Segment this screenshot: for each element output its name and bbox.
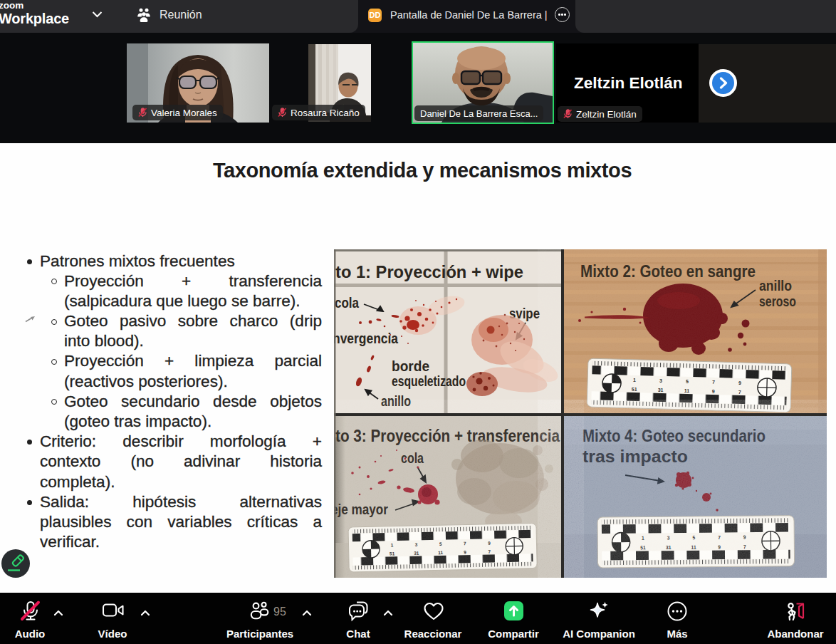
svg-text:to 1: Proyección + wipe: to 1: Proyección + wipe <box>335 262 523 281</box>
svg-text:nvergencia: nvergencia <box>334 331 399 346</box>
svg-text:esqueletizado: esqueletizado <box>392 373 466 389</box>
svg-text:anillo: anillo <box>381 393 411 409</box>
svg-text:cola: cola <box>335 295 360 311</box>
svg-text:borde: borde <box>392 358 429 374</box>
